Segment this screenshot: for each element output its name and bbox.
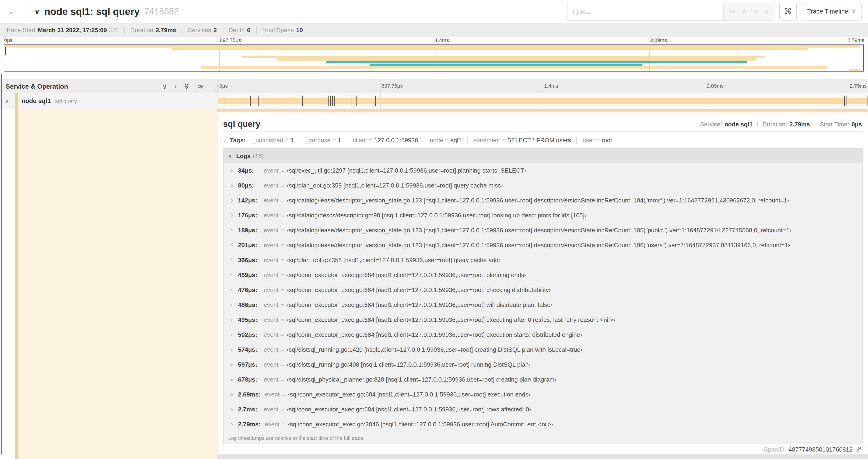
minimap-ruler-tick-label: 697.75μs (220, 37, 241, 43)
meta-divider (757, 121, 758, 127)
span-row-label-cell[interactable]: ∨ node sql1 sql query (0, 93, 217, 109)
expand-one-icon[interactable]: › (174, 83, 176, 89)
find-next-icon[interactable]: ∨ (753, 8, 758, 15)
minimap-canvas[interactable] (4, 44, 864, 72)
tag-equals: = (596, 137, 600, 144)
find-input[interactable] (567, 3, 723, 20)
view-selector-label: Trace Timeline (807, 8, 848, 15)
log-row[interactable]: ›459μs:event=‹sql/conn_executor_exec.go:… (223, 267, 862, 282)
stat-label: Total Spans (262, 27, 294, 34)
detail-left-column (0, 109, 217, 459)
log-field-key: event (264, 211, 279, 219)
span-bar-track[interactable] (217, 93, 868, 109)
column-resizer-grip[interactable]: ∥ (213, 88, 216, 93)
log-timestamp: 476μs: (238, 286, 259, 293)
spanid-label: SpanID: (764, 446, 786, 453)
ruler-tick-label: 697.75μs (381, 83, 403, 89)
viewport-left-scrubber-line[interactable] (1, 74, 2, 454)
log-row[interactable]: ›2.7ms:event=‹sql/conn_executor_exec.go:… (223, 402, 862, 417)
tag-equals: = (369, 137, 372, 144)
find-prev-icon[interactable]: ∧ (742, 8, 746, 15)
log-tick-mark (334, 96, 334, 106)
log-row[interactable]: ›176μs:event=‹sql/catalog/descs/descript… (223, 207, 862, 223)
minimap-span-bar (4, 45, 860, 47)
tag-item[interactable]: node=sql1 (424, 137, 467, 144)
tag-key: node (430, 137, 443, 144)
log-field-value: ‹sql/plan_opt.go:358 [nsql1,client=127.0… (287, 182, 503, 189)
keyboard-shortcuts-button[interactable]: ⌘ (779, 3, 796, 20)
log-tick-mark (250, 96, 251, 106)
log-tick-mark (844, 96, 844, 106)
span-children-collapse-icon[interactable]: ∨ (5, 98, 9, 104)
tag-item[interactable]: _verbose=1 (299, 137, 347, 144)
stat-item: Trace StartMarch 31 2022, 17:25:09.326 (6, 27, 119, 34)
log-row[interactable]: ›476μs:event=‹sql/conn_executor_exec.go:… (223, 282, 862, 297)
minimap-ruler-tick-label: 1.4ms (435, 37, 449, 43)
expand-all-icon[interactable]: ≫ (197, 83, 204, 89)
service-operation-label: Service & Operation (6, 82, 68, 90)
logs-note: Log timestamps are relative to the start… (223, 431, 862, 444)
tag-item[interactable]: user=root (577, 137, 618, 144)
collapse-all-icon[interactable]: ≫ (183, 83, 190, 89)
log-expand-icon: › (231, 347, 238, 352)
spanid-row: SpanID: 4877749850101760812 (217, 444, 868, 454)
log-field-value: ‹sql/conn_executor_exec.go:2046 [nsql1,c… (288, 421, 554, 428)
span-operation-name: sql query (55, 98, 77, 104)
span-row[interactable]: ∨ node sql1 sql query (0, 93, 868, 109)
back-button[interactable]: ← (0, 0, 26, 23)
span-duration-bar[interactable] (218, 98, 868, 104)
logs-header[interactable]: ∨ Logs (18) (223, 149, 862, 163)
log-field-key: event (264, 286, 279, 293)
stat-label: Depth (228, 27, 245, 34)
deep-link-icon[interactable] (856, 446, 862, 453)
minimap-span-bar (172, 48, 808, 50)
log-expand-icon: › (231, 332, 238, 337)
log-row[interactable]: ›495μs:event=‹sql/conn_executor_exec.go:… (223, 312, 862, 327)
tag-item[interactable]: client=127.0.0.1:59936 (347, 137, 424, 144)
minimap-ruler: 0μs697.75μs1.4ms2.09ms2.79ms (4, 37, 864, 44)
stat-value: 2 (214, 27, 217, 34)
tags-row[interactable]: › Tags: _unfinished=1_verbose=1client=12… (223, 137, 863, 144)
log-equals: = (281, 346, 284, 353)
log-tick-mark (351, 96, 351, 106)
log-row[interactable]: ›2.69ms:event=‹sql/conn_executor_exec.go… (223, 387, 862, 402)
log-equals: = (281, 182, 284, 189)
trace-collapse-icon[interactable]: ∨ (34, 7, 40, 15)
log-row[interactable]: ›201μs:event=‹sql/catalog/lease/descript… (223, 237, 862, 252)
span-detail-meta: Service:node sql1Duration:2.79msStart Ti… (700, 121, 863, 128)
view-selector-button[interactable]: Trace Timeline ∨ (801, 3, 862, 20)
log-row[interactable]: ›34μs:event=‹sql/exec_util.go:2297 [nsql… (223, 163, 862, 178)
stats-divider (222, 27, 223, 33)
log-timestamp: 502μs: (238, 331, 259, 338)
log-row[interactable]: ›486μs:event=‹sql/conn_executor_exec.go:… (223, 297, 862, 312)
tag-item[interactable]: statement=SELECT * FROM users (467, 137, 577, 144)
tag-item[interactable]: _unfinished=1 (247, 137, 300, 144)
bottom-scroll-strip[interactable] (217, 454, 868, 459)
stat-item: Duration2.79ms (130, 27, 176, 34)
log-row[interactable]: ›80μs:event=‹sql/plan_opt.go:358 [nsql1,… (223, 178, 862, 193)
collapse-one-icon[interactable]: ∨ (162, 83, 167, 89)
log-row[interactable]: ›189μs:event=‹sql/catalog/lease/descript… (223, 223, 862, 237)
tag-key: statement (473, 137, 500, 144)
log-row[interactable]: ›142μs:event=‹sql/catalog/lease/descript… (223, 193, 862, 207)
log-field-key: event (265, 391, 280, 398)
log-row[interactable]: ›2.79ms:event=‹sql/conn_executor_exec.go… (223, 417, 862, 431)
trace-page: ← ∨ node sql1: sql query 7418682 ◎∧∨× ⌘ … (0, 0, 868, 459)
log-row[interactable]: ›366μs:event=‹sql/plan_opt.go:358 [nsql1… (223, 252, 862, 267)
clear-find-icon[interactable]: × (765, 8, 768, 15)
log-field-value: ‹sql/conn_executor_exec.go:684 [nsql1,cl… (287, 301, 553, 308)
log-row[interactable]: ›574μs:event=‹sql/distsql_running.go:142… (223, 342, 862, 357)
stats-divider (182, 27, 182, 33)
log-row[interactable]: ›597μs:event=‹sql/distsql_running.go:498… (223, 357, 862, 372)
stats-divider (124, 27, 125, 33)
log-timestamp: 34μs: (238, 167, 259, 174)
log-row[interactable]: ›502μs:event=‹sql/conn_executor_exec.go:… (223, 327, 862, 342)
log-row[interactable]: ›678μs:event=‹sql/distsql_physical_plann… (223, 372, 862, 387)
detail-span-bar[interactable] (217, 109, 868, 112)
timeline-ruler: 0μs697.75μs1.4ms2.09ms2.79ms (217, 79, 868, 93)
log-timestamp: 678μs: (238, 376, 259, 383)
stat-value: 2.79ms (156, 27, 176, 34)
locate-icon[interactable]: ◎ (730, 8, 735, 15)
minimap-right-drag-handle[interactable] (863, 45, 864, 71)
minimap-left-drag-handle[interactable] (5, 47, 6, 55)
